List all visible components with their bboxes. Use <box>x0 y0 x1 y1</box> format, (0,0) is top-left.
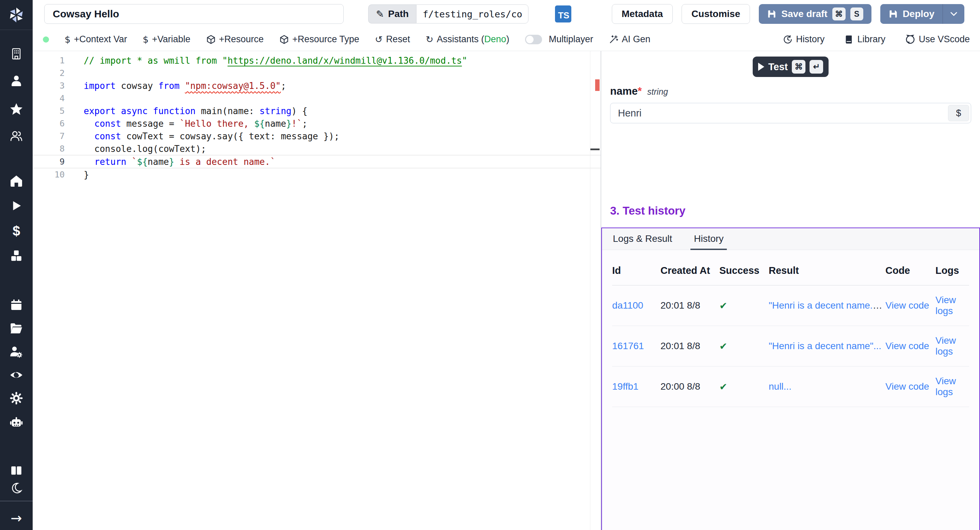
test-history-panel: Logs & Result History Id Created At Succ… <box>601 228 980 530</box>
view-code-link[interactable]: View code <box>885 300 929 311</box>
add-resource-label: +Resource <box>219 34 264 45</box>
sidebar-item-audit[interactable] <box>0 367 33 383</box>
sidebar-item-workers[interactable] <box>0 344 33 359</box>
view-logs-link[interactable]: View logs <box>935 376 956 397</box>
created-at-value: 20:00 8/8 <box>660 381 700 392</box>
path-button-label: Path <box>388 8 409 19</box>
tab-history[interactable]: History <box>694 233 724 250</box>
content-row: 1// import * as wmill from "https://deno… <box>33 51 980 530</box>
add-resource-button[interactable]: +Resource <box>206 34 264 45</box>
view-logs-link[interactable]: View logs <box>935 295 956 316</box>
table-row: 16176120:01 8/8✔"Henri is a decent name"… <box>612 326 969 367</box>
save-draft-button[interactable]: Save draft ⌘ S <box>759 4 871 24</box>
add-context-var-button[interactable]: $ +Context Var <box>65 34 127 45</box>
code-text: import cowsay from "npm:cowsay@1.5.0"; <box>84 81 286 91</box>
run-id-link[interactable]: da1100 <box>612 300 643 311</box>
edit-path-button[interactable]: ✎ Path <box>368 5 416 24</box>
code-text: const message = `Hello there, ${name}!`; <box>84 118 308 129</box>
sidebar-item-user[interactable] <box>0 73 33 88</box>
reset-button[interactable]: ↺ Reset <box>375 34 410 45</box>
success-check-icon: ✔ <box>719 341 727 352</box>
history-table-wrap: Id Created At Success Result Code Logs d… <box>602 250 979 407</box>
multiplayer-toggle[interactable] <box>525 35 542 44</box>
add-variable-button[interactable]: $ +Variable <box>143 34 191 45</box>
sidebar-item-groups[interactable] <box>0 128 33 144</box>
toolbar-right: History Library Use VScode <box>783 34 970 45</box>
sidebar-item-resources[interactable] <box>0 248 33 263</box>
code-text: return `${name} is a decent name.` <box>84 157 275 167</box>
language-badge-typescript[interactable]: TS <box>555 5 571 22</box>
script-title-input[interactable] <box>44 4 344 24</box>
add-resource-type-button[interactable]: +Resource Type <box>279 34 360 45</box>
run-id-link[interactable]: 161761 <box>612 341 644 351</box>
sidebar-item-dark-mode[interactable] <box>0 481 33 496</box>
sidebar-item-home[interactable] <box>0 173 33 188</box>
code-line[interactable]: 8 console.log(cowText); <box>33 142 601 155</box>
code-line[interactable]: 5export async function main(name: string… <box>33 105 601 117</box>
code-line[interactable]: 10} <box>33 168 601 181</box>
library-label: Library <box>857 34 885 45</box>
code-text: console.log(cowText); <box>84 144 206 154</box>
argument-type: string <box>647 87 668 97</box>
history-button[interactable]: History <box>783 34 824 45</box>
sidebar-item-runs[interactable] <box>0 198 33 213</box>
path-input[interactable] <box>416 5 528 24</box>
line-number: 2 <box>33 68 84 78</box>
book-icon <box>844 35 854 44</box>
connection-status-dot <box>43 37 49 43</box>
sidebar-item-settings[interactable] <box>0 391 33 405</box>
col-logs: Logs <box>935 255 969 286</box>
sidebar-item-workspace[interactable] <box>0 46 33 61</box>
top-right-actions: Metadata Customise Save draft ⌘ S Deploy <box>612 4 964 24</box>
sidebar-item-variables[interactable]: $ <box>0 223 33 238</box>
library-button[interactable]: Library <box>844 34 885 45</box>
code-line[interactable]: 1// import * as wmill from "https://deno… <box>33 54 601 67</box>
sidebar-item-ai[interactable] <box>0 415 33 430</box>
run-id-link[interactable]: 19ffb1 <box>612 381 638 392</box>
sidebar: $ <box>0 0 33 530</box>
folder-icon <box>10 322 23 334</box>
code-line[interactable]: 7 const cowText = cowsay.say({ text: mes… <box>33 130 601 142</box>
play-icon <box>11 200 22 212</box>
ai-gen-button[interactable]: AI Gen <box>609 34 650 45</box>
sidebar-divider <box>0 501 33 501</box>
code-editor[interactable]: 1// import * as wmill from "https://deno… <box>33 51 601 530</box>
argument-name-input[interactable] <box>610 103 971 123</box>
view-code-link[interactable]: View code <box>885 381 929 392</box>
add-variable-label: +Variable <box>152 34 191 45</box>
insert-variable-button[interactable]: $ <box>948 105 969 121</box>
clock-history-icon <box>783 35 792 44</box>
sidebar-item-favorites[interactable] <box>0 102 33 117</box>
code-line[interactable]: 3import cowsay from "npm:cowsay@1.5.0"; <box>33 79 601 92</box>
created-at-value: 20:01 8/8 <box>660 341 700 351</box>
code-line[interactable]: 4 <box>33 92 601 105</box>
kbd-cmd: ⌘ <box>792 60 805 73</box>
code-line[interactable]: 9 return `${name} is a decent name.` <box>33 155 601 168</box>
result-link[interactable]: null... <box>769 381 791 392</box>
test-button[interactable]: Test ⌘ ↵ <box>753 57 829 77</box>
sidebar-item-folders[interactable] <box>0 321 33 335</box>
code-text: } <box>84 170 89 180</box>
sidebar-item-docs[interactable] <box>0 463 33 478</box>
metadata-button[interactable]: Metadata <box>612 4 673 24</box>
customise-button[interactable]: Customise <box>682 4 750 24</box>
success-check-icon: ✔ <box>719 381 727 393</box>
robot-icon <box>10 415 23 429</box>
sidebar-expand-button[interactable]: → <box>0 511 33 525</box>
result-link[interactable]: "Henri is a decent name"... <box>769 341 881 351</box>
deploy-dropdown-button[interactable] <box>943 4 964 24</box>
code-line[interactable]: 6 const message = `Hello there, ${name}!… <box>33 117 601 130</box>
view-code-link[interactable]: View code <box>885 341 929 351</box>
tab-logs-result[interactable]: Logs & Result <box>613 233 672 250</box>
sidebar-item-schedules[interactable] <box>0 297 33 312</box>
save-icon <box>888 9 898 19</box>
code-line[interactable]: 2 <box>33 67 601 79</box>
view-logs-link[interactable]: View logs <box>935 335 956 357</box>
editor-toolbar: $ +Context Var $ +Variable +Resource +Re… <box>33 28 980 51</box>
windmill-logo[interactable] <box>0 0 33 30</box>
deploy-button[interactable]: Deploy <box>880 4 943 24</box>
use-vscode-button[interactable]: Use VScode <box>905 34 970 45</box>
run-panel-top: Test ⌘ ↵ name* string $ <box>601 51 980 123</box>
assistants-button[interactable]: ↻ Assistants (Deno) <box>426 34 509 45</box>
result-link[interactable]: "Henri is a decent name."... <box>769 300 884 311</box>
